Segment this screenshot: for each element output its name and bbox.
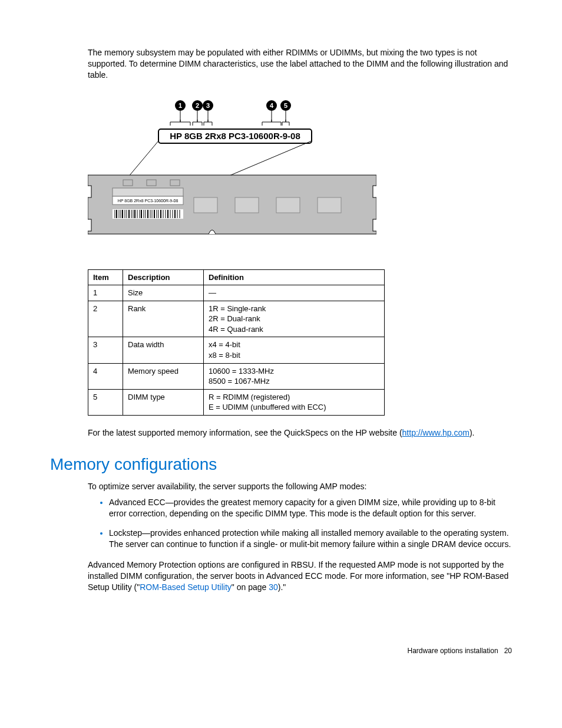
list-item: Lockstep—provides enhanced protection wh…: [109, 528, 512, 550]
cell: 2: [88, 301, 123, 337]
section-heading: Memory configurations: [50, 453, 512, 476]
callout-3: 3: [206, 102, 210, 109]
dimm-diagram: 1 2 3 4 5 HP 8GB 2Rx8 PC3-10600R-9-08: [88, 98, 512, 246]
dimm-table: Item Description Definition 1 Size — 2 R…: [88, 269, 385, 416]
callout-4: 4: [270, 102, 274, 109]
dimm-label-small: HP 8GB 2Rx8 PC3-10600R-9-08: [118, 199, 178, 203]
svg-rect-18: [123, 180, 133, 186]
th-item: Item: [88, 269, 123, 285]
amp-bullets: Advanced ECC—provides the greatest memor…: [88, 497, 512, 550]
svg-rect-16: [88, 219, 91, 231]
th-desc: Description: [123, 269, 204, 285]
svg-rect-24: [194, 197, 217, 213]
table-row: 4 Memory speed 10600 = 1333-MHz 8500 = 1…: [88, 363, 385, 389]
amp-intro: To optimize server availability, the ser…: [88, 481, 512, 492]
cell: 1R = Single-rank 2R = Dual-rank 4R = Qua…: [204, 301, 385, 337]
svg-rect-25: [235, 197, 259, 213]
cell: —: [204, 285, 385, 301]
text: ).": [278, 582, 286, 592]
list-item: Advanced ECC—provides the greatest memor…: [109, 497, 512, 519]
dimm-label-large: HP 8GB 2Rx8 PC3-10600R-9-08: [170, 131, 300, 141]
cell: 1: [88, 285, 123, 301]
cell: Memory speed: [123, 363, 204, 389]
svg-rect-27: [318, 197, 341, 213]
footer-page-number: 20: [504, 647, 512, 655]
svg-rect-21: [113, 188, 183, 196]
cell: R = RDIMM (registered) E = UDIMM (unbuff…: [204, 389, 385, 415]
table-row: 1 Size —: [88, 285, 385, 301]
svg-rect-15: [373, 186, 376, 197]
cell: 3: [88, 337, 123, 363]
cell: 4: [88, 363, 123, 389]
table-row: 2 Rank 1R = Single-rank 2R = Dual-rank 4…: [88, 301, 385, 337]
intro-paragraph: The memory subsystem may be populated wi…: [88, 47, 512, 81]
svg-rect-20: [170, 180, 180, 186]
svg-rect-26: [276, 197, 300, 213]
cell: Data width: [123, 337, 204, 363]
text: " on page: [232, 582, 269, 592]
cell: DIMM type: [123, 389, 204, 415]
text: For the latest supported memory informat…: [88, 428, 402, 437]
quickspecs-paragraph: For the latest supported memory informat…: [88, 427, 512, 439]
cell: Rank: [123, 301, 204, 337]
crossref-rbsu[interactable]: ROM-Based Setup Utility: [140, 582, 232, 592]
callout-5: 5: [284, 102, 287, 109]
svg-rect-17: [373, 219, 376, 231]
th-def: Definition: [204, 269, 385, 285]
callout-2: 2: [196, 102, 199, 109]
hp-link[interactable]: http://www.hp.com: [402, 428, 470, 437]
table-row: 3 Data width x4 = 4-bit x8 = 8-bit: [88, 337, 385, 363]
cell: 10600 = 1333-MHz 8500 = 1067-MHz: [204, 363, 385, 389]
text: ).: [470, 428, 475, 437]
amp-outro: Advanced Memory Protection options are c…: [88, 559, 512, 593]
cell: 5: [88, 389, 123, 415]
footer-text: Hardware options installation: [408, 647, 498, 655]
cell: Size: [123, 285, 204, 301]
callout-1: 1: [178, 102, 182, 109]
svg-rect-19: [147, 180, 156, 186]
cell: x4 = 4-bit x8 = 8-bit: [204, 337, 385, 363]
svg-rect-14: [88, 186, 91, 197]
table-row: 5 DIMM type R = RDIMM (registered) E = U…: [88, 389, 385, 415]
page-footer: Hardware options installation 20: [50, 646, 512, 655]
crossref-page[interactable]: 30: [269, 582, 278, 592]
